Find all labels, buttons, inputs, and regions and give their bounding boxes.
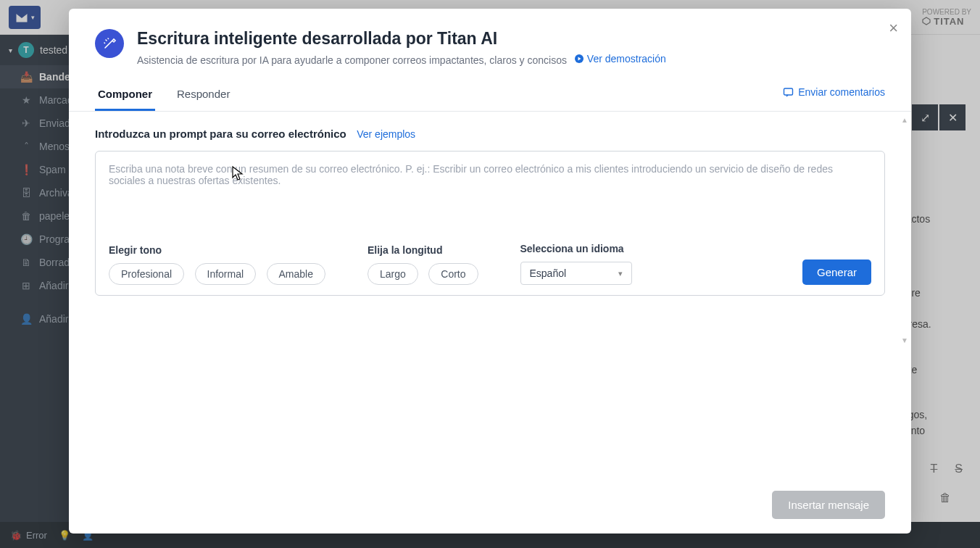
language-label: Selecciona un idioma: [520, 243, 632, 254]
length-option-short[interactable]: Corto: [428, 263, 478, 285]
modal-subtitle: Asistencia de escritura por IA para ayud…: [137, 53, 666, 66]
scroll-down-hint: ▼: [901, 336, 908, 481]
ai-wand-icon: [95, 29, 124, 58]
prompt-label: Introduzca un prompt para su correo elec…: [95, 128, 346, 140]
chevron-down-icon: ▾: [618, 269, 623, 278]
tabs: Componer Responder Enviar comentarios: [69, 75, 911, 112]
length-group: Elija la longitud Largo Corto: [368, 244, 486, 285]
insert-message-button[interactable]: Insertar mensaje: [772, 491, 885, 519]
examples-link[interactable]: Ver ejemplos: [357, 128, 415, 140]
language-group: Selecciona un idioma Español ▾: [520, 243, 632, 285]
length-label: Elija la longitud: [368, 244, 486, 256]
tone-group: Elegir tono Profesional Informal Amable: [109, 244, 333, 285]
modal-title: Escritura inteligente desarrollada por T…: [137, 29, 666, 49]
scroll-up-hint: ▲: [901, 116, 908, 124]
svg-rect-1: [784, 88, 793, 95]
language-select[interactable]: Español ▾: [520, 262, 632, 285]
tone-option-professional[interactable]: Profesional: [109, 263, 184, 285]
prompt-input[interactable]: [109, 163, 871, 233]
tone-label: Elegir tono: [109, 244, 333, 256]
generate-button[interactable]: Generar: [802, 260, 871, 285]
ai-writing-modal: × Escritura inteligente desarrollada por…: [69, 9, 911, 534]
tone-option-friendly[interactable]: Amable: [267, 263, 325, 285]
prompt-box: Elegir tono Profesional Informal Amable …: [95, 151, 885, 296]
tab-compose[interactable]: Componer: [95, 80, 155, 111]
modal-overlay: × Escritura inteligente desarrollada por…: [0, 0, 980, 548]
tab-reply[interactable]: Responder: [174, 80, 233, 111]
length-option-long[interactable]: Largo: [368, 263, 418, 285]
demo-link[interactable]: Ver demostración: [574, 53, 666, 65]
tone-option-informal[interactable]: Informal: [195, 263, 257, 285]
send-feedback-link[interactable]: Enviar comentarios: [783, 86, 885, 105]
close-button[interactable]: ×: [889, 19, 898, 38]
